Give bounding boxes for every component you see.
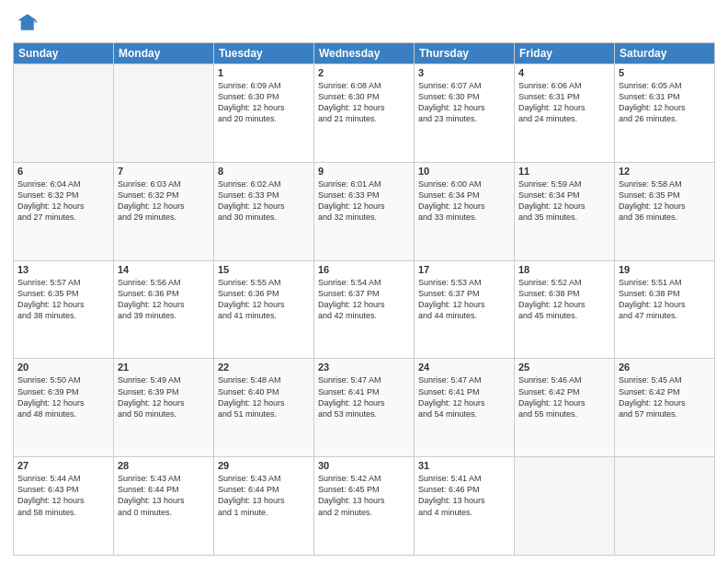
day-cell: 1Sunrise: 6:09 AMSunset: 6:30 PMDaylight… [214, 64, 314, 163]
day-info: Sunrise: 5:58 AMSunset: 6:35 PMDaylight:… [619, 178, 711, 224]
day-number: 5 [619, 67, 711, 78]
sunset-text: Sunset: 6:31 PM [518, 92, 580, 101]
day-info: Sunrise: 6:08 AMSunset: 6:30 PMDaylight:… [318, 80, 410, 125]
sunrise-text: Sunrise: 6:04 AM [17, 179, 81, 189]
day-number: 25 [518, 362, 610, 373]
day-cell: 24Sunrise: 5:47 AMSunset: 6:41 PMDayligh… [415, 359, 515, 457]
sunrise-text: Sunrise: 6:02 AM [218, 179, 281, 189]
daylight-text-2: and 30 minutes. [218, 213, 277, 222]
sunrise-text: Sunrise: 5:45 AM [619, 375, 682, 385]
day-info: Sunrise: 5:44 AMSunset: 6:43 PMDaylight:… [17, 473, 109, 518]
day-cell: 27Sunrise: 5:44 AMSunset: 6:43 PMDayligh… [14, 457, 114, 556]
day-info: Sunrise: 6:05 AMSunset: 6:31 PMDaylight:… [619, 80, 711, 125]
day-cell: 21Sunrise: 5:49 AMSunset: 6:39 PMDayligh… [114, 359, 214, 457]
day-number: 20 [17, 362, 109, 373]
daylight-text-2: and 54 minutes. [418, 409, 477, 419]
calendar: SundayMondayTuesdayWednesdayThursdayFrid… [13, 42, 715, 556]
daylight-text: Daylight: 12 hours [318, 201, 385, 211]
daylight-text: Daylight: 12 hours [518, 103, 586, 112]
daylight-text: Daylight: 12 hours [17, 496, 85, 505]
day-info: Sunrise: 5:48 AMSunset: 6:40 PMDaylight:… [218, 374, 310, 419]
weekday-header-friday: Friday [515, 43, 615, 64]
sunset-text: Sunset: 6:42 PM [518, 387, 580, 396]
sunrise-text: Sunrise: 6:01 AM [318, 179, 381, 189]
sunrise-text: Sunrise: 6:07 AM [418, 81, 482, 90]
logo-icon [13, 9, 39, 35]
day-cell: 9Sunrise: 6:01 AMSunset: 6:33 PMDaylight… [314, 162, 415, 260]
sunrise-text: Sunrise: 6:03 AM [118, 179, 181, 189]
day-number: 21 [118, 362, 210, 373]
sunrise-text: Sunrise: 5:56 AM [118, 278, 181, 287]
day-cell: 4Sunrise: 6:06 AMSunset: 6:31 PMDaylight… [515, 64, 615, 163]
daylight-text: Daylight: 13 hours [118, 496, 185, 505]
day-cell: 2Sunrise: 6:08 AMSunset: 6:30 PMDaylight… [314, 64, 415, 163]
day-info: Sunrise: 5:49 AMSunset: 6:39 PMDaylight:… [118, 374, 210, 419]
daylight-text: Daylight: 12 hours [619, 103, 686, 112]
sunset-text: Sunset: 6:38 PM [518, 289, 580, 298]
day-cell: 14Sunrise: 5:56 AMSunset: 6:36 PMDayligh… [114, 260, 214, 359]
day-cell: 31Sunrise: 5:41 AMSunset: 6:46 PMDayligh… [415, 457, 515, 556]
daylight-text-2: and 32 minutes. [318, 213, 377, 222]
week-row-2: 6Sunrise: 6:04 AMSunset: 6:32 PMDaylight… [14, 162, 715, 260]
sunrise-text: Sunrise: 5:57 AM [17, 278, 81, 287]
day-info: Sunrise: 5:43 AMSunset: 6:44 PMDaylight:… [218, 473, 310, 518]
day-number: 10 [418, 166, 510, 177]
day-number: 4 [518, 67, 610, 78]
day-number: 31 [418, 460, 510, 471]
day-number: 17 [418, 264, 510, 275]
sunrise-text: Sunrise: 6:08 AM [318, 81, 381, 90]
sunset-text: Sunset: 6:41 PM [418, 387, 480, 396]
day-info: Sunrise: 5:51 AMSunset: 6:38 PMDaylight:… [619, 277, 711, 322]
week-row-3: 13Sunrise: 5:57 AMSunset: 6:35 PMDayligh… [14, 260, 715, 359]
sunrise-text: Sunrise: 5:58 AM [619, 179, 682, 189]
sunset-text: Sunset: 6:46 PM [418, 485, 480, 494]
day-info: Sunrise: 5:43 AMSunset: 6:44 PMDaylight:… [118, 473, 210, 518]
daylight-text-2: and 1 minute. [218, 508, 268, 517]
day-number: 30 [318, 460, 410, 471]
daylight-text-2: and 35 minutes. [518, 213, 577, 222]
day-info: Sunrise: 6:02 AMSunset: 6:33 PMDaylight:… [218, 178, 310, 224]
day-cell: 26Sunrise: 5:45 AMSunset: 6:42 PMDayligh… [615, 359, 715, 457]
day-cell [615, 457, 715, 556]
daylight-text: Daylight: 12 hours [418, 103, 485, 112]
daylight-text: Daylight: 12 hours [518, 201, 586, 211]
daylight-text-2: and 39 minutes. [118, 311, 176, 320]
day-cell: 10Sunrise: 6:00 AMSunset: 6:34 PMDayligh… [415, 162, 515, 260]
day-cell: 22Sunrise: 5:48 AMSunset: 6:40 PMDayligh… [214, 359, 314, 457]
weekday-header-monday: Monday [114, 43, 214, 64]
weekday-header-sunday: Sunday [14, 43, 114, 64]
daylight-text: Daylight: 12 hours [218, 201, 285, 211]
sunset-text: Sunset: 6:39 PM [118, 387, 179, 396]
daylight-text-2: and 36 minutes. [619, 213, 677, 222]
daylight-text-2: and 33 minutes. [418, 213, 477, 222]
day-info: Sunrise: 5:50 AMSunset: 6:39 PMDaylight:… [17, 374, 109, 419]
day-number: 12 [619, 166, 711, 177]
day-cell [14, 64, 114, 163]
daylight-text: Daylight: 12 hours [118, 300, 185, 309]
logo [13, 9, 42, 35]
day-info: Sunrise: 5:53 AMSunset: 6:37 PMDaylight:… [418, 277, 510, 322]
day-cell: 16Sunrise: 5:54 AMSunset: 6:37 PMDayligh… [314, 260, 415, 359]
daylight-text-2: and 57 minutes. [619, 409, 677, 419]
daylight-text-2: and 0 minutes. [118, 508, 172, 517]
day-number: 22 [218, 362, 310, 373]
sunset-text: Sunset: 6:44 PM [118, 485, 179, 494]
sunrise-text: Sunrise: 5:44 AM [17, 474, 81, 483]
sunrise-text: Sunrise: 5:47 AM [418, 375, 482, 385]
daylight-text: Daylight: 12 hours [619, 300, 686, 309]
sunrise-text: Sunrise: 5:46 AM [518, 375, 582, 385]
daylight-text: Daylight: 12 hours [518, 300, 586, 309]
day-cell: 8Sunrise: 6:02 AMSunset: 6:33 PMDaylight… [214, 162, 314, 260]
sunrise-text: Sunrise: 5:41 AM [418, 474, 482, 483]
day-number: 15 [218, 264, 310, 275]
sunrise-text: Sunrise: 5:49 AM [118, 375, 181, 385]
daylight-text: Daylight: 12 hours [518, 398, 586, 408]
sunset-text: Sunset: 6:33 PM [318, 190, 380, 200]
day-cell: 23Sunrise: 5:47 AMSunset: 6:41 PMDayligh… [314, 359, 415, 457]
day-cell: 20Sunrise: 5:50 AMSunset: 6:39 PMDayligh… [14, 359, 114, 457]
day-info: Sunrise: 5:57 AMSunset: 6:35 PMDaylight:… [17, 277, 109, 322]
sunrise-text: Sunrise: 6:06 AM [518, 81, 582, 90]
daylight-text-2: and 41 minutes. [218, 311, 277, 320]
daylight-text: Daylight: 12 hours [619, 398, 686, 408]
week-row-1: 1Sunrise: 6:09 AMSunset: 6:30 PMDaylight… [14, 64, 715, 163]
